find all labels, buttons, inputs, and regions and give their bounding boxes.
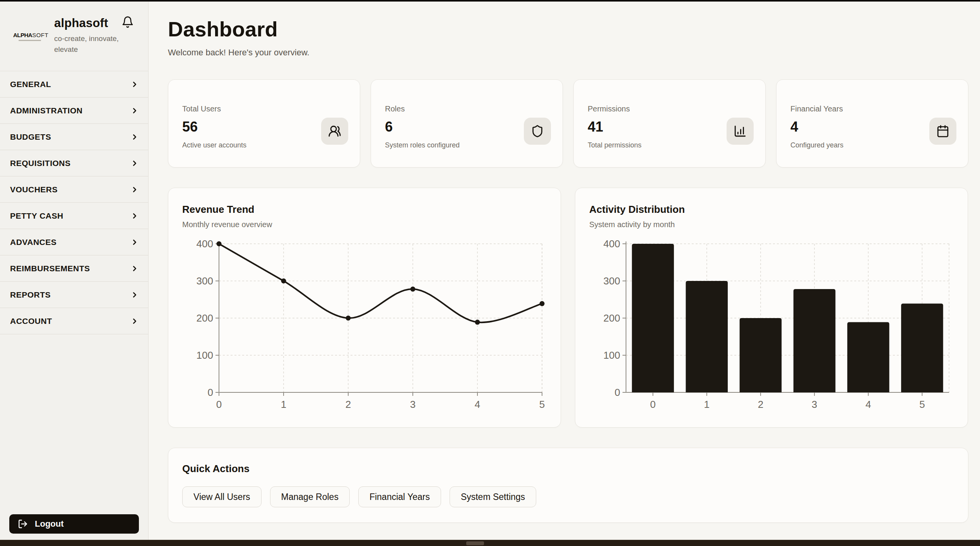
svg-text:0: 0 (615, 387, 620, 398)
svg-text:200: 200 (604, 312, 620, 324)
logout-label: Logout (35, 519, 64, 529)
chart-subtitle: Monthly revenue overview (182, 220, 547, 229)
chevron-right-icon (130, 212, 139, 220)
manage-roles-button[interactable]: Manage Roles (270, 486, 350, 507)
svg-text:0: 0 (216, 399, 222, 410)
svg-text:100: 100 (604, 349, 620, 361)
stat-label: Permissions (588, 104, 754, 113)
chevron-right-icon (130, 264, 139, 273)
sidebar-item-reimbursements[interactable]: REIMBURSEMENTS (0, 255, 148, 282)
svg-text:200: 200 (197, 312, 213, 324)
stat-card-total-users: Total Users 56 Active user accounts (168, 79, 360, 168)
stats-row: Total Users 56 Active user accounts Role… (168, 79, 972, 168)
sidebar: ALPHASOFT alphasoft co-create, innovate,… (0, 0, 149, 540)
chart-subtitle: System activity by month (589, 220, 954, 229)
bar-chart-icon (727, 118, 754, 145)
svg-text:400: 400 (604, 238, 620, 250)
charts-row: Revenue Trend Monthly revenue overview 0… (168, 188, 972, 428)
window-top-edge (0, 0, 980, 2)
quick-actions-title: Quick Actions (182, 463, 954, 475)
stat-label: Total Users (182, 104, 348, 113)
brand-header: ALPHASOFT alphasoft co-create, innovate,… (0, 0, 148, 71)
chevron-right-icon (130, 133, 139, 141)
svg-text:300: 300 (197, 275, 213, 287)
scrollbar-thumb[interactable] (466, 541, 484, 545)
sidebar-item-account[interactable]: ACCOUNT (0, 308, 148, 334)
chevron-right-icon (130, 185, 139, 194)
sidebar-item-requisitions[interactable]: REQUISITIONS (0, 150, 148, 176)
svg-text:2: 2 (758, 399, 763, 410)
sidebar-item-general[interactable]: GENERAL (0, 71, 148, 98)
system-settings-button[interactable]: System Settings (450, 486, 536, 507)
app-root: ALPHASOFT alphasoft co-create, innovate,… (0, 0, 980, 540)
stat-label: Roles (385, 104, 551, 113)
logout-button[interactable]: Logout (9, 514, 139, 534)
brand-text: alphasoft co-create, innovate, elevate (54, 16, 121, 55)
quick-actions-card: Quick Actions View All Users Manage Role… (168, 448, 968, 523)
bell-icon (121, 24, 134, 30)
stat-card-roles: Roles 6 System roles configured (371, 79, 563, 168)
chart-title: Activity Distribution (589, 204, 954, 216)
svg-text:100: 100 (197, 349, 213, 361)
sidebar-item-vouchers[interactable]: VOUCHERS (0, 176, 148, 203)
brand-tagline: co-create, innovate, elevate (54, 33, 121, 55)
sidebar-item-budgets[interactable]: BUDGETS (0, 124, 148, 150)
chevron-right-icon (130, 106, 139, 115)
sidebar-item-petty-cash[interactable]: PETTY CASH (0, 203, 148, 229)
svg-text:1: 1 (704, 399, 710, 410)
view-all-users-button[interactable]: View All Users (182, 486, 262, 507)
svg-text:1: 1 (281, 399, 286, 410)
stat-card-permissions: Permissions 41 Total permissions (573, 79, 766, 168)
users-icon (321, 118, 348, 145)
sidebar-item-advances[interactable]: ADVANCES (0, 229, 148, 255)
shield-icon (524, 118, 551, 145)
page-title: Dashboard (168, 18, 972, 41)
svg-text:5: 5 (539, 399, 545, 410)
svg-text:3: 3 (410, 399, 416, 410)
stat-label: Financial Years (790, 104, 956, 113)
quick-actions-buttons: View All Users Manage Roles Financial Ye… (182, 486, 954, 507)
revenue-trend-line-chart: 0100200300400012345 (182, 238, 547, 413)
sidebar-item-reports[interactable]: REPORTS (0, 282, 148, 308)
chart-title: Revenue Trend (182, 204, 547, 216)
brand-name: alphasoft (54, 16, 121, 30)
svg-text:2: 2 (345, 399, 351, 410)
main-content: Dashboard Welcome back! Here's your over… (149, 0, 980, 540)
activity-distribution-bar-chart: 0100200300400012345 (589, 238, 954, 413)
svg-text:0: 0 (208, 387, 213, 398)
notifications-button[interactable] (121, 15, 134, 29)
activity-distribution-card: Activity Distribution System activity by… (575, 188, 968, 428)
chevron-right-icon (130, 80, 139, 89)
brand-logo: ALPHASOFT (13, 32, 50, 41)
svg-text:5: 5 (919, 399, 925, 410)
chevron-right-icon (130, 317, 139, 325)
sidebar-item-administration[interactable]: ADMINISTRATION (0, 98, 148, 124)
brand-logo-microtext (19, 40, 41, 41)
page-subtitle: Welcome back! Here's your overview. (168, 48, 972, 58)
financial-years-button[interactable]: Financial Years (358, 486, 441, 507)
chevron-right-icon (130, 238, 139, 246)
sidebar-nav: GENERAL ADMINISTRATION BUDGETS REQUISITI… (0, 71, 148, 334)
svg-text:3: 3 (812, 399, 817, 410)
svg-text:0: 0 (650, 399, 655, 410)
svg-text:4: 4 (865, 399, 871, 410)
brand-logo-text: ALPHASOFT (13, 32, 50, 38)
chevron-right-icon (130, 159, 139, 168)
svg-text:4: 4 (475, 399, 480, 410)
revenue-trend-card: Revenue Trend Monthly revenue overview 0… (168, 188, 561, 428)
chevron-right-icon (130, 291, 139, 299)
stat-card-financial-years: Financial Years 4 Configured years (776, 79, 968, 168)
svg-text:300: 300 (604, 275, 620, 287)
bottom-scrollbar[interactable] (0, 540, 980, 546)
svg-text:400: 400 (197, 238, 213, 250)
calendar-icon (929, 118, 956, 145)
logout-icon (18, 519, 28, 529)
